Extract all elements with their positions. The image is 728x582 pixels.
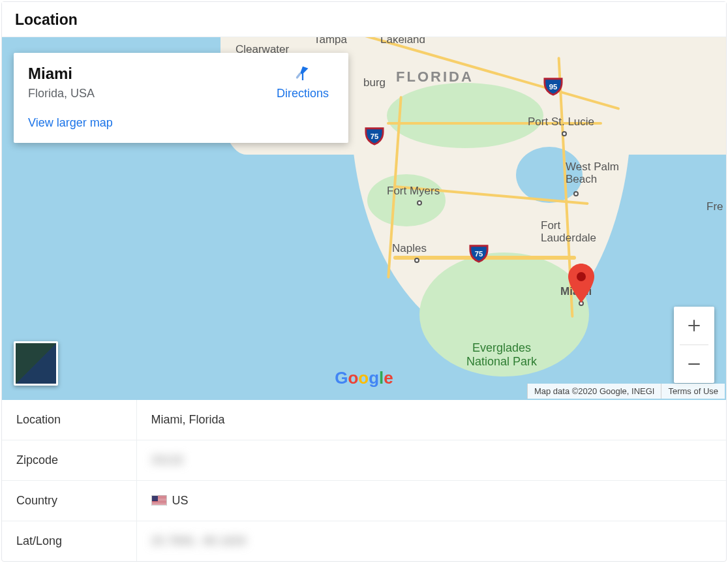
map-city-wpb: West PalmBeach [566,161,619,185]
plus-icon [686,317,703,334]
table-row: Lat/Long25.7806, -80.1826 [2,521,726,562]
svg-text:95: 95 [549,83,558,91]
map-state-label: FLORIDA [396,69,474,85]
detail-value-text: 25.7806, -80.1826 [151,534,247,547]
detail-value-text: Miami, Florida [151,413,225,426]
info-place-name: Miami [28,65,95,83]
map-city-dot [579,301,584,306]
map-park-shape [367,174,446,226]
google-logo: Google [335,368,393,388]
detail-value: 33132 [136,440,726,481]
minus-icon [686,356,703,373]
zoom-in-button[interactable] [674,307,714,345]
map-info-card: Miami Florida, USA Directions View large… [14,53,348,143]
detail-value-text: US [172,494,189,507]
directions-label: Directions [277,87,329,100]
interstate-shield-95: 95 [543,76,563,96]
map-city-dot [414,258,419,263]
table-row: CountryUS [2,481,726,521]
directions-button[interactable]: Directions [271,65,334,100]
info-place-region: Florida, USA [28,87,95,100]
map-city-dot [562,131,567,136]
map-city-ftl: FortLauderdale [541,220,596,244]
zoom-controls [674,307,714,383]
directions-icon [292,65,314,87]
map-attribution: Map data ©2020 Google, INEGI [527,384,661,399]
map-credits: Map data ©2020 Google, INEGI Terms of Us… [527,384,725,399]
svg-text:75: 75 [475,250,483,258]
map-city-tampa: Tampa [314,37,347,46]
zoom-out-button[interactable] [674,345,714,383]
detail-value-text: 33132 [151,453,184,467]
detail-key: Zipcode [2,440,136,481]
detail-value: US [136,481,726,521]
map-city-miami: Miami [560,285,592,298]
detail-key: Country [2,481,136,521]
detail-value: 25.7806, -80.1826 [136,521,726,562]
map-park-label: EvergladesNational Park [466,341,537,368]
detail-value: Miami, Florida [136,400,726,440]
interstate-shield-75: 75 [469,243,489,263]
map-edge-label: Fre [706,200,723,213]
map-park-shape [387,83,543,148]
view-larger-map-link[interactable]: View larger map [28,116,113,130]
map-city-dot [417,200,422,206]
map-canvas[interactable]: FLORIDA Tampa Clearwater Lakeland burg P… [2,37,726,400]
svg-text:75: 75 [371,132,379,140]
location-card: Location FLORIDA Tampa Clearwater Lakela… [1,1,727,562]
map-city-ftmyers: Fort Myers [387,185,440,198]
map-city-pstlucie: Port St. Lucie [528,115,594,129]
terms-of-use-link[interactable]: Terms of Use [661,384,725,399]
map-city-lakeland: Lakeland [380,37,425,46]
detail-key: Lat/Long [2,521,136,562]
us-flag-icon [151,495,167,506]
detail-key: Location [2,400,136,440]
panel-title: Location [2,2,726,37]
table-row: LocationMiami, Florida [2,400,726,440]
interstate-shield-75: 75 [365,126,384,146]
map-city-naples: Naples [392,242,427,255]
table-row: Zipcode33132 [2,440,726,481]
terrain-toggle-button[interactable] [14,341,58,386]
map-city-stpete-tail: burg [363,76,386,89]
location-details-table: LocationMiami, FloridaZipcode33132Countr… [2,400,726,561]
map-city-dot [573,191,579,196]
